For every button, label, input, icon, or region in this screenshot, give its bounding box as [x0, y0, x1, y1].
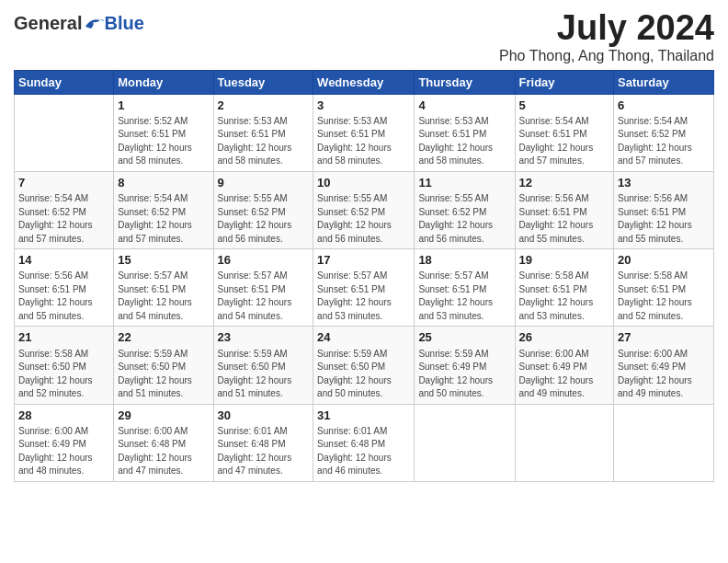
calendar-cell: 28Sunrise: 6:00 AMSunset: 6:49 PMDayligh… — [15, 404, 114, 481]
header-saturday: Saturday — [614, 70, 714, 94]
calendar-cell — [15, 94, 114, 171]
day-info: Sunrise: 5:57 AMSunset: 6:51 PMDaylight:… — [218, 270, 310, 323]
day-number: 29 — [118, 408, 209, 424]
calendar-cell: 22Sunrise: 5:59 AMSunset: 6:50 PMDayligh… — [114, 327, 213, 404]
calendar-week-row: 14Sunrise: 5:56 AMSunset: 6:51 PMDayligh… — [15, 249, 714, 327]
calendar-cell: 1Sunrise: 5:52 AMSunset: 6:51 PMDaylight… — [114, 94, 213, 171]
calendar-cell: 21Sunrise: 5:58 AMSunset: 6:50 PMDayligh… — [15, 327, 114, 404]
logo-general-text: General — [14, 13, 82, 34]
calendar-cell: 7Sunrise: 5:54 AMSunset: 6:52 PMDaylight… — [15, 171, 114, 248]
day-info: Sunrise: 5:57 AMSunset: 6:51 PMDaylight:… — [317, 270, 410, 323]
day-info: Sunrise: 5:55 AMSunset: 6:52 PMDaylight:… — [218, 192, 310, 246]
day-number: 23 — [218, 329, 310, 346]
calendar-cell: 17Sunrise: 5:57 AMSunset: 6:51 PMDayligh… — [313, 249, 415, 327]
calendar-cell: 8Sunrise: 5:54 AMSunset: 6:52 PMDaylight… — [114, 171, 213, 248]
calendar-cell: 5Sunrise: 5:54 AMSunset: 6:51 PMDaylight… — [515, 94, 614, 171]
day-info: Sunrise: 5:56 AMSunset: 6:51 PMDaylight:… — [519, 192, 610, 246]
day-info: Sunrise: 5:56 AMSunset: 6:51 PMDaylight:… — [618, 192, 710, 246]
calendar-cell: 13Sunrise: 5:56 AMSunset: 6:51 PMDayligh… — [614, 171, 714, 248]
calendar-cell: 9Sunrise: 5:55 AMSunset: 6:52 PMDaylight… — [213, 171, 313, 248]
calendar-cell — [415, 404, 515, 481]
day-number: 25 — [418, 329, 510, 346]
day-number: 31 — [317, 408, 410, 424]
day-number: 19 — [519, 252, 610, 269]
day-number: 9 — [218, 175, 310, 191]
calendar-cell: 3Sunrise: 5:53 AMSunset: 6:51 PMDaylight… — [313, 94, 415, 171]
calendar-cell: 25Sunrise: 5:59 AMSunset: 6:49 PMDayligh… — [415, 327, 515, 404]
header-tuesday: Tuesday — [213, 70, 313, 94]
calendar-cell: 15Sunrise: 5:57 AMSunset: 6:51 PMDayligh… — [114, 249, 213, 327]
day-info: Sunrise: 5:57 AMSunset: 6:51 PMDaylight:… — [118, 270, 209, 323]
header-thursday: Thursday — [415, 70, 515, 94]
calendar-cell — [515, 404, 614, 481]
day-info: Sunrise: 5:59 AMSunset: 6:50 PMDaylight:… — [218, 348, 310, 401]
header-wednesday: Wednesday — [313, 70, 415, 94]
calendar-cell: 6Sunrise: 5:54 AMSunset: 6:52 PMDaylight… — [614, 94, 714, 171]
header-friday: Friday — [515, 70, 614, 94]
logo-blue-text: Blue — [104, 13, 143, 34]
title-area: July 2024 Pho Thong, Ang Thong, Thailand — [499, 9, 714, 64]
day-info: Sunrise: 5:58 AMSunset: 6:51 PMDaylight:… — [519, 270, 610, 323]
day-info: Sunrise: 5:58 AMSunset: 6:50 PMDaylight:… — [18, 348, 109, 401]
calendar-cell: 29Sunrise: 6:00 AMSunset: 6:48 PMDayligh… — [114, 404, 213, 481]
calendar-cell: 31Sunrise: 6:01 AMSunset: 6:48 PMDayligh… — [313, 404, 415, 481]
calendar-cell: 23Sunrise: 5:59 AMSunset: 6:50 PMDayligh… — [213, 327, 313, 404]
day-info: Sunrise: 6:01 AMSunset: 6:48 PMDaylight:… — [317, 425, 410, 478]
calendar-cell: 12Sunrise: 5:56 AMSunset: 6:51 PMDayligh… — [515, 171, 614, 248]
calendar-week-row: 1Sunrise: 5:52 AMSunset: 6:51 PMDaylight… — [15, 94, 714, 171]
day-number: 8 — [118, 175, 209, 191]
day-number: 7 — [18, 175, 109, 191]
calendar-cell: 20Sunrise: 5:58 AMSunset: 6:51 PMDayligh… — [614, 249, 714, 327]
day-number: 12 — [519, 175, 610, 191]
day-number: 10 — [317, 175, 410, 191]
day-info: Sunrise: 5:56 AMSunset: 6:51 PMDaylight:… — [18, 270, 109, 323]
day-info: Sunrise: 5:54 AMSunset: 6:52 PMDaylight:… — [118, 192, 209, 246]
calendar-cell: 2Sunrise: 5:53 AMSunset: 6:51 PMDaylight… — [213, 94, 313, 171]
day-number: 21 — [18, 329, 109, 346]
header-sunday: Sunday — [15, 70, 114, 94]
day-number: 22 — [118, 329, 209, 346]
day-info: Sunrise: 5:53 AMSunset: 6:51 PMDaylight:… — [218, 115, 310, 168]
calendar-cell — [614, 404, 714, 481]
day-info: Sunrise: 5:59 AMSunset: 6:50 PMDaylight:… — [118, 348, 209, 401]
calendar-week-row: 21Sunrise: 5:58 AMSunset: 6:50 PMDayligh… — [15, 327, 714, 404]
header: General Blue July 2024 Pho Thong, Ang Th… — [14, 9, 714, 64]
calendar-cell: 19Sunrise: 5:58 AMSunset: 6:51 PMDayligh… — [515, 249, 614, 327]
day-number: 5 — [519, 98, 610, 114]
day-number: 14 — [18, 252, 109, 269]
day-number: 1 — [118, 98, 209, 114]
day-info: Sunrise: 5:53 AMSunset: 6:51 PMDaylight:… — [317, 115, 410, 168]
location-title: Pho Thong, Ang Thong, Thailand — [499, 48, 714, 64]
calendar-cell: 14Sunrise: 5:56 AMSunset: 6:51 PMDayligh… — [15, 249, 114, 327]
day-number: 15 — [118, 252, 209, 269]
day-info: Sunrise: 6:00 AMSunset: 6:49 PMDaylight:… — [519, 348, 610, 401]
calendar-week-row: 28Sunrise: 6:00 AMSunset: 6:49 PMDayligh… — [15, 404, 714, 481]
day-info: Sunrise: 5:53 AMSunset: 6:51 PMDaylight:… — [418, 115, 510, 168]
day-number: 17 — [317, 252, 410, 269]
logo: General Blue — [14, 9, 144, 34]
day-number: 16 — [218, 252, 310, 269]
day-number: 24 — [317, 329, 410, 346]
header-monday: Monday — [114, 70, 213, 94]
day-info: Sunrise: 5:55 AMSunset: 6:52 PMDaylight:… — [418, 192, 510, 246]
day-number: 2 — [218, 98, 310, 114]
day-info: Sunrise: 5:54 AMSunset: 6:52 PMDaylight:… — [618, 115, 710, 168]
day-info: Sunrise: 6:00 AMSunset: 6:49 PMDaylight:… — [618, 348, 710, 401]
day-number: 3 — [317, 98, 410, 114]
day-info: Sunrise: 5:57 AMSunset: 6:51 PMDaylight:… — [418, 270, 510, 323]
day-number: 27 — [618, 329, 710, 346]
calendar-cell: 18Sunrise: 5:57 AMSunset: 6:51 PMDayligh… — [415, 249, 515, 327]
calendar-cell: 16Sunrise: 5:57 AMSunset: 6:51 PMDayligh… — [213, 249, 313, 327]
day-number: 18 — [418, 252, 510, 269]
calendar-cell: 24Sunrise: 5:59 AMSunset: 6:50 PMDayligh… — [313, 327, 415, 404]
day-number: 30 — [218, 408, 310, 424]
day-info: Sunrise: 5:59 AMSunset: 6:50 PMDaylight:… — [317, 348, 410, 401]
calendar-header-row: SundayMondayTuesdayWednesdayThursdayFrid… — [15, 70, 714, 94]
day-info: Sunrise: 6:00 AMSunset: 6:49 PMDaylight:… — [18, 425, 109, 478]
day-info: Sunrise: 5:55 AMSunset: 6:52 PMDaylight:… — [317, 192, 410, 246]
day-info: Sunrise: 5:54 AMSunset: 6:52 PMDaylight:… — [18, 192, 109, 246]
calendar-cell: 11Sunrise: 5:55 AMSunset: 6:52 PMDayligh… — [415, 171, 515, 248]
day-number: 20 — [618, 252, 710, 269]
day-number: 13 — [618, 175, 710, 191]
calendar-cell: 26Sunrise: 6:00 AMSunset: 6:49 PMDayligh… — [515, 327, 614, 404]
